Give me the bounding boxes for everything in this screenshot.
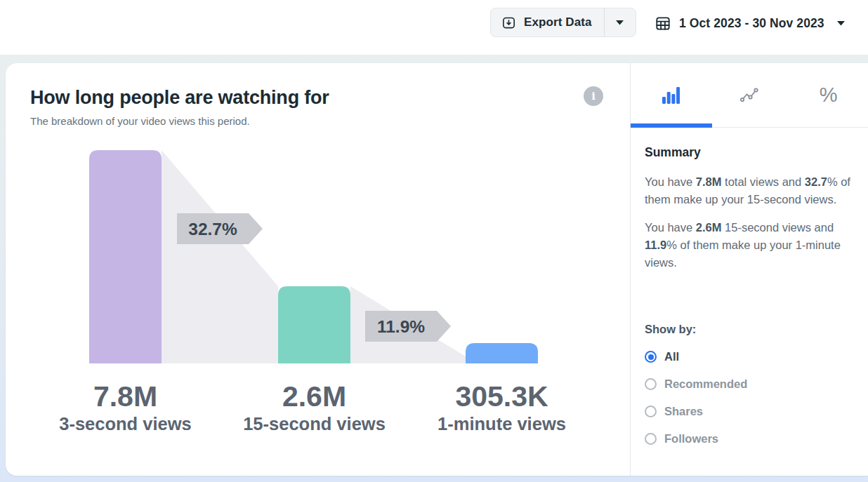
funnel-value-label: 7.8M <box>93 380 157 413</box>
top-bar: Export Data 1 Oct 2023 - 30 Nov 2023 <box>0 0 868 55</box>
funnel-category-label: 1-minute views <box>438 414 566 434</box>
summary-paragraphs: You have 7.8M total views and 32.7% of t… <box>645 173 858 272</box>
bar-chart-icon <box>661 86 680 105</box>
export-button-label: Export Data <box>524 15 592 29</box>
summary-paragraph: You have 7.8M total views and 32.7% of t… <box>645 173 858 208</box>
chart-type-tabs: % <box>631 63 868 128</box>
card-title: How long people are watching for <box>30 87 630 109</box>
radio-option-shares[interactable]: Shares <box>645 405 854 418</box>
funnel-connector <box>162 150 278 363</box>
side-panel: % Summary You have 7.8M total views and … <box>630 63 868 476</box>
show-by-heading: Show by: <box>645 323 854 336</box>
radio-option-recommended[interactable]: Recommended <box>645 377 854 391</box>
radio-label: All <box>664 350 679 363</box>
funnel-category-label: 3-second views <box>59 414 192 434</box>
funnel-category-label: 15-second views <box>243 414 386 434</box>
summary-section: Summary You have 7.8M total views and 32… <box>631 128 868 272</box>
info-icon: i <box>591 90 596 102</box>
funnel-value-label: 305.3K <box>455 380 548 413</box>
tab-line-chart[interactable] <box>710 63 789 127</box>
date-range-picker[interactable]: 1 Oct 2023 - 30 Nov 2023 <box>655 12 846 34</box>
funnel-chart: 32.7%11.9%7.8M3-second views2.6M15-secon… <box>6 144 624 439</box>
radio-option-followers[interactable]: Followers <box>645 432 854 446</box>
funnel-bar[interactable] <box>466 343 538 363</box>
watch-duration-card: How long people are watching for The bre… <box>6 63 868 476</box>
radio-button-icon <box>645 406 657 417</box>
card-subtitle: The breakdown of your video views this p… <box>30 115 630 127</box>
chart-section: How long people are watching for The bre… <box>6 63 630 476</box>
radio-label: Shares <box>664 405 703 418</box>
caret-down-icon <box>836 20 846 26</box>
radio-label: Followers <box>664 432 718 446</box>
download-icon <box>501 15 516 30</box>
analytics-page: Export Data 1 Oct 2023 - 30 Nov 2023 How… <box>0 0 868 482</box>
info-button[interactable]: i <box>584 86 603 106</box>
caret-down-icon <box>615 20 624 25</box>
active-tab-indicator <box>631 123 712 128</box>
show-by-section: Show by: All Recommended Shares Follower… <box>631 323 868 446</box>
line-chart-icon <box>740 88 758 103</box>
calendar-icon <box>655 15 671 32</box>
funnel-bar[interactable] <box>278 286 350 363</box>
date-range-label: 1 Oct 2023 - 30 Nov 2023 <box>679 16 824 31</box>
radio-option-all[interactable]: All <box>645 350 854 363</box>
tab-percentage[interactable]: % <box>789 63 868 127</box>
export-options-dropdown-button[interactable] <box>604 8 636 36</box>
summary-heading: Summary <box>645 145 858 160</box>
summary-paragraph: You have 2.6M 15-second views and 11.9% … <box>645 219 858 272</box>
radio-button-icon <box>645 351 657 363</box>
export-button-group: Export Data <box>490 8 636 37</box>
radio-button-icon <box>645 378 657 390</box>
funnel-bar[interactable] <box>89 150 162 363</box>
conversion-badge-label: 32.7% <box>188 220 237 239</box>
tab-bar-chart[interactable] <box>631 63 710 127</box>
radio-label: Recommended <box>664 377 747 391</box>
funnel-chart-area: 32.7%11.9%7.8M3-second views2.6M15-secon… <box>6 144 630 439</box>
export-data-button[interactable]: Export Data <box>491 8 604 36</box>
funnel-value-label: 2.6M <box>282 380 346 413</box>
radio-button-icon <box>645 433 657 445</box>
percentage-icon: % <box>820 83 838 107</box>
conversion-badge-label: 11.9% <box>377 317 425 336</box>
